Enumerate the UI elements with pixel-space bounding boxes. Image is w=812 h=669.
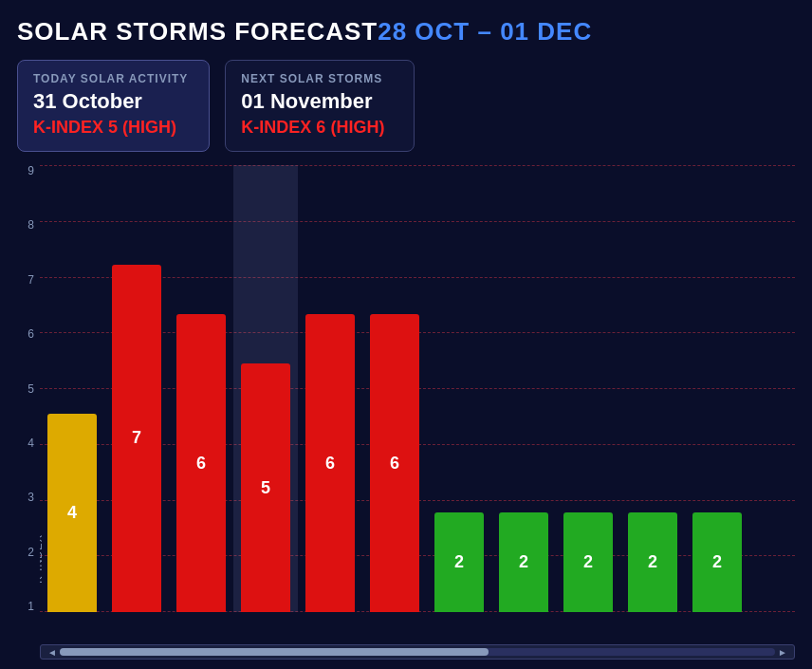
y-axis-label-5: 5 [17,383,34,395]
y-axis-label-7: 7 [17,274,34,286]
card-next-kindex-label: K-INDEX 6 [241,118,325,137]
card-today-date: 31 October [33,89,188,114]
card-next-label: NEXT SOLAR STORMS [241,72,393,85]
y-axis-label: K-INDEX [40,534,44,584]
card-today-kindex-label: K-INDEX 5 [33,118,118,137]
y-axis-label-2: 2 [17,547,34,558]
card-next: NEXT SOLAR STORMS 01 November K-INDEX 6 … [225,60,415,152]
bar-group-6: 203 Nov [427,165,491,612]
y-axis-label-8: 8 [17,219,34,231]
bar-group-1: 729 Oct [104,165,169,612]
card-today-severity: (HIGH) [122,118,176,137]
header-accent-text: 28 OCT – 01 DEC [378,17,592,46]
chart-wrapper: 123456789 428 Oct729 Oct630 Oct531 Oct60… [17,165,795,660]
bar-group-0: 428 Oct [40,165,104,612]
y-axis-label-1: 1 [17,601,34,612]
header-static-text: SOLAR STORMS FORECAST [17,17,378,46]
info-cards: TODAY SOLAR ACTIVITY 31 October K-INDEX … [17,60,795,152]
y-axis-label-3: 3 [17,492,34,503]
bar-9: 2 [628,512,677,612]
bar-2: 6 [176,314,226,612]
card-today-kindex: K-INDEX 5 (HIGH) [33,118,188,138]
page-wrapper: SOLAR STORMS FORECAST 28 OCT – 01 DEC TO… [0,0,812,669]
scrollbar-track [60,648,775,656]
chart-area: 123456789 428 Oct729 Oct630 Oct531 Oct60… [17,165,795,641]
bar-group-7: 204 Nov [491,165,556,612]
bar-6: 2 [434,512,484,612]
chart-inner: 428 Oct729 Oct630 Oct531 Oct601 Nov602 N… [40,165,795,641]
scrollbar-thumb[interactable] [60,648,489,656]
y-axis-label-9: 9 [17,165,34,177]
bars-container: 428 Oct729 Oct630 Oct531 Oct601 Nov602 N… [40,165,795,612]
y-axis: 123456789 [17,165,40,641]
bar-8: 2 [563,512,613,612]
bar-4: 6 [305,314,355,612]
bar-group-5: 602 Nov [362,165,427,612]
bar-3: 5 [241,363,290,612]
bar-group-10: 207 Nov [685,165,749,612]
card-next-date: 01 November [241,89,393,114]
scrollbar-area[interactable]: ◄ ► [40,644,795,660]
bar-10: 2 [692,512,742,612]
bar-5: 6 [370,314,419,612]
y-axis-label-6: 6 [17,328,34,340]
bar-0: 4 [47,414,97,612]
bar-group-8: 205 Nov [556,165,620,612]
bar-group-3: 531 Oct [233,165,298,612]
card-today: TODAY SOLAR ACTIVITY 31 October K-INDEX … [17,60,210,152]
y-axis-label-4: 4 [17,437,34,449]
card-next-severity: (HIGH) [330,118,384,137]
scroll-left-arrow[interactable]: ◄ [45,647,60,658]
bar-1: 7 [112,265,161,612]
bar-7: 2 [499,512,548,612]
page-header: SOLAR STORMS FORECAST 28 OCT – 01 DEC [17,17,795,46]
card-next-kindex: K-INDEX 6 (HIGH) [241,118,393,138]
bar-group-9: 206 Nov [620,165,685,612]
bar-group-2: 630 Oct [169,165,233,612]
bar-group-4: 601 Nov [298,165,362,612]
card-today-label: TODAY SOLAR ACTIVITY [33,72,188,85]
scroll-right-arrow[interactable]: ► [775,647,790,658]
